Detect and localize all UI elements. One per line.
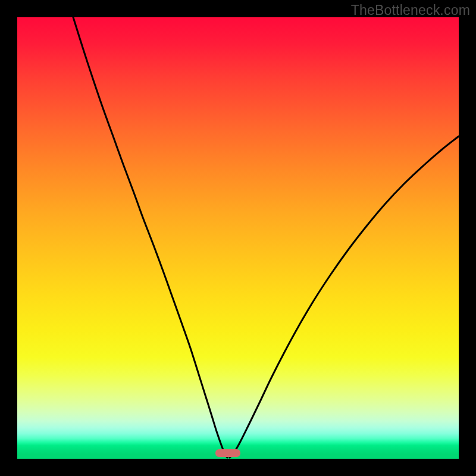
curve-left-branch xyxy=(73,17,227,458)
minimum-marker xyxy=(215,449,240,457)
curve-right-branch xyxy=(230,136,459,458)
curve-layer xyxy=(17,17,459,459)
plot-area xyxy=(17,17,459,459)
chart-frame: TheBottleneck.com xyxy=(0,0,476,476)
watermark-text: TheBottleneck.com xyxy=(351,2,470,18)
